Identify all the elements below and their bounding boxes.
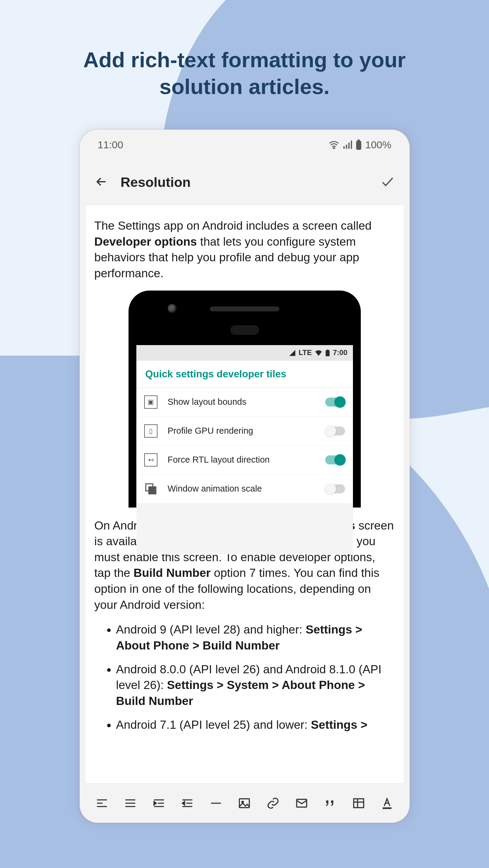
inner-row-layout-bounds: ▣ Show layout bounds bbox=[136, 388, 353, 417]
inner-row-animation: Window animation scale bbox=[136, 475, 353, 504]
formatting-toolbar bbox=[80, 784, 410, 823]
bullet-list: Android 9 (API level 28) and higher: Set… bbox=[94, 622, 395, 733]
status-bar: 11:00 100% bbox=[80, 130, 410, 160]
table-icon[interactable] bbox=[351, 795, 367, 811]
svg-rect-8 bbox=[326, 350, 330, 356]
horizontal-rule-icon[interactable] bbox=[208, 795, 224, 811]
svg-rect-6 bbox=[356, 141, 361, 150]
link-icon[interactable] bbox=[265, 795, 281, 811]
status-right: 100% bbox=[328, 139, 392, 151]
text-color-icon[interactable] bbox=[379, 795, 395, 811]
svg-rect-2 bbox=[346, 145, 347, 149]
inner-row-rtl: ↤ Force RTL layout direction bbox=[136, 446, 353, 475]
phone-mockup: 11:00 100% bbox=[80, 130, 410, 823]
headline-line-2: solution articles. bbox=[159, 75, 329, 98]
wifi-icon bbox=[328, 141, 339, 149]
inner-header: Quick settings developer tiles bbox=[136, 361, 353, 388]
quote-icon[interactable] bbox=[322, 795, 338, 811]
align-justify-icon[interactable] bbox=[122, 795, 138, 811]
inner-status-bar: LTE 7:00 bbox=[136, 345, 353, 361]
status-time: 11:00 bbox=[98, 139, 123, 151]
embedded-image: LTE 7:00 Quick settings developer tiles … bbox=[94, 290, 395, 507]
page-headline: Add rich-text formatting to your solutio… bbox=[0, 47, 489, 100]
image-icon[interactable] bbox=[236, 795, 252, 811]
toggle-on bbox=[325, 456, 345, 464]
indent-decrease-icon[interactable] bbox=[179, 795, 195, 811]
svg-rect-14 bbox=[353, 799, 364, 807]
svg-rect-10 bbox=[149, 487, 156, 494]
indent-increase-icon[interactable] bbox=[151, 795, 167, 811]
app-bar: Resolution bbox=[80, 160, 410, 205]
list-item: Android 7.1 (API level 25) and lower: Se… bbox=[116, 717, 395, 733]
confirm-check-icon[interactable] bbox=[380, 174, 395, 190]
inner-wifi-icon bbox=[315, 350, 322, 356]
svg-rect-5 bbox=[357, 140, 360, 141]
rtl-icon: ↤ bbox=[144, 453, 157, 467]
svg-rect-3 bbox=[348, 143, 349, 149]
animation-icon bbox=[144, 482, 157, 495]
paragraph-1: The Settings app on Android includes a s… bbox=[94, 218, 395, 281]
svg-rect-11 bbox=[239, 799, 250, 807]
gpu-icon: ▯ bbox=[144, 424, 157, 438]
toggle-off bbox=[325, 484, 345, 493]
inner-signal-icon bbox=[289, 350, 296, 356]
layout-bounds-icon: ▣ bbox=[144, 396, 157, 409]
app-title: Resolution bbox=[121, 175, 191, 190]
inner-battery-icon bbox=[325, 350, 330, 356]
inner-row-gpu: ▯ Profile GPU rendering bbox=[136, 417, 353, 446]
battery-icon bbox=[356, 140, 362, 150]
signal-icon bbox=[343, 141, 352, 149]
list-item: Android 9 (API level 28) and higher: Set… bbox=[116, 622, 395, 653]
toggle-off bbox=[325, 427, 345, 435]
article-content[interactable]: The Settings app on Android includes a s… bbox=[85, 205, 404, 784]
inner-phone-mockup: LTE 7:00 Quick settings developer tiles … bbox=[128, 290, 361, 507]
svg-rect-7 bbox=[327, 350, 329, 350]
headline-line-1: Add rich-text formatting to your bbox=[83, 48, 406, 72]
toggle-on bbox=[325, 398, 345, 407]
align-left-icon[interactable] bbox=[94, 795, 110, 811]
battery-percent: 100% bbox=[365, 139, 392, 151]
mail-icon[interactable] bbox=[294, 795, 310, 811]
svg-rect-4 bbox=[350, 141, 352, 149]
svg-rect-1 bbox=[343, 146, 345, 149]
list-item: Android 8.0.0 (API level 26) and Android… bbox=[116, 661, 395, 709]
svg-point-0 bbox=[333, 148, 335, 149]
back-arrow-icon[interactable] bbox=[94, 175, 109, 190]
